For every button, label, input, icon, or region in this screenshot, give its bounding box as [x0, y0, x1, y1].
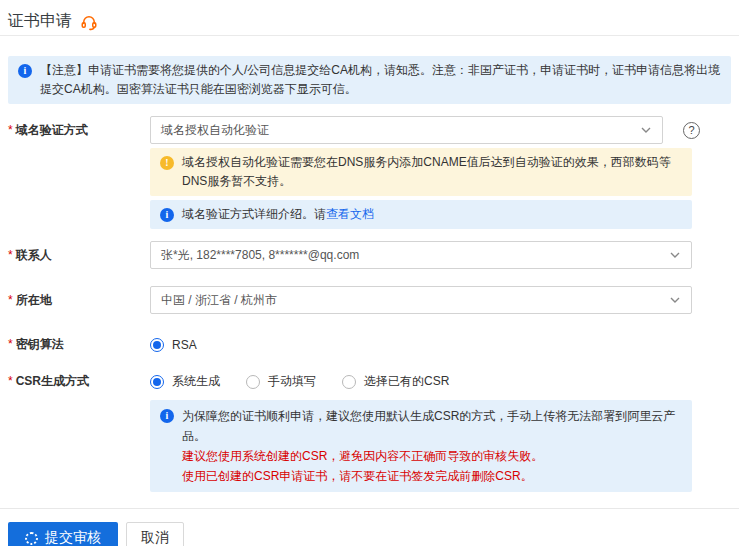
radio-button-icon: [150, 375, 164, 389]
field-label-contact: *联系人: [0, 247, 150, 264]
form-row-domain-validation: *域名验证方式 域名授权自动化验证 ?: [0, 116, 739, 144]
chevron-down-icon: [669, 294, 681, 306]
required-asterisk: *: [8, 123, 13, 137]
page-header: 证书申请: [0, 0, 739, 36]
location-select[interactable]: 中国 / 浙江省 / 杭州市: [150, 286, 692, 314]
help-icon[interactable]: ?: [683, 122, 700, 139]
domain-validation-select-value: 域名授权自动化验证: [161, 122, 269, 139]
domain-validation-info-text: 域名验证方式详细介绍。请: [182, 207, 326, 221]
submit-review-label: 提交审核: [45, 529, 101, 546]
contact-select-value: 张*光, 182****7805, 8*******@qq.com: [161, 247, 359, 264]
field-label-key-algorithm: *密钥算法: [0, 336, 150, 353]
radio-existing-csr-label: 选择已有的CSR: [364, 373, 449, 390]
csr-warning-line: 建议您使用系统创建的CSR，避免因内容不正确而导致的审核失败。: [182, 446, 682, 466]
field-label-domain-validation: *域名验证方式: [0, 122, 150, 139]
submit-review-button[interactable]: 提交审核: [8, 522, 118, 546]
domain-validation-select[interactable]: 域名授权自动化验证: [150, 116, 663, 144]
info-icon: i: [18, 64, 32, 78]
domain-validation-warning-text: 域名授权自动化验证需要您在DNS服务内添加CNAME值后达到自动验证的效果，西部…: [182, 153, 682, 191]
field-label-location: *所在地: [0, 292, 150, 309]
info-icon: i: [160, 208, 174, 222]
radio-system-generated[interactable]: 系统生成: [150, 373, 220, 390]
location-select-value: 中国 / 浙江省 / 杭州市: [161, 292, 277, 309]
radio-existing-csr[interactable]: 选择已有的CSR: [342, 373, 449, 390]
field-label-csr-method: *CSR生成方式: [0, 373, 150, 390]
contact-select[interactable]: 张*光, 182****7805, 8*******@qq.com: [150, 241, 692, 269]
form-row-key-algorithm: *密钥算法 RSA: [0, 336, 739, 353]
csr-info-line: 为保障您的证书顺利申请，建议您使用默认生成CSR的方式，手动上传将无法部署到阿里…: [182, 406, 682, 446]
radio-manual-fill-label: 手动填写: [268, 373, 316, 390]
certificate-application-page: 证书申请 i 【注意】申请证书需要将您提供的个人/公司信息提交给CA机构，请知悉…: [0, 0, 739, 546]
form-row-location: *所在地 中国 / 浙江省 / 杭州市: [0, 286, 739, 314]
cancel-button[interactable]: 取消: [126, 522, 184, 546]
required-asterisk: *: [8, 374, 13, 388]
csr-info-banner: i 为保障您的证书顺利申请，建议您使用默认生成CSR的方式，手动上传将无法部署到…: [150, 400, 692, 492]
domain-validation-warning-banner: ! 域名授权自动化验证需要您在DNS服务内添加CNAME值后达到自动验证的效果，…: [150, 148, 692, 196]
chevron-down-icon: [669, 249, 681, 261]
chevron-down-icon: [640, 124, 652, 136]
radio-rsa[interactable]: RSA: [150, 338, 197, 352]
view-docs-link[interactable]: 查看文档: [326, 207, 374, 221]
loading-spinner-icon: [25, 532, 38, 545]
radio-rsa-label: RSA: [172, 338, 197, 352]
info-icon: i: [160, 409, 174, 423]
radio-button-icon: [150, 338, 164, 352]
radio-system-generated-label: 系统生成: [172, 373, 220, 390]
page-title: 证书申请: [8, 11, 72, 32]
top-notice-banner: i 【注意】申请证书需要将您提供的个人/公司信息提交给CA机构，请知悉。注意：非…: [8, 56, 731, 104]
notice-text: 【注意】申请证书需要将您提供的个人/公司信息提交给CA机构，请知悉。注意：非国产…: [40, 61, 721, 99]
csr-warning-line: 使用已创建的CSR申请证书，请不要在证书签发完成前删除CSR。: [182, 466, 682, 486]
radio-manual-fill[interactable]: 手动填写: [246, 373, 316, 390]
form-row-csr-method: *CSR生成方式 系统生成 手动填写 选择已有的CSR: [0, 373, 739, 390]
footer-actions: 提交审核 取消: [0, 509, 739, 546]
radio-button-icon: [246, 375, 260, 389]
warning-icon: !: [160, 156, 174, 170]
headset-support-icon[interactable]: [80, 13, 98, 31]
required-asterisk: *: [8, 248, 13, 262]
required-asterisk: *: [8, 293, 13, 307]
radio-button-icon: [342, 375, 356, 389]
domain-validation-info-banner: i 域名验证方式详细介绍。请查看文档: [150, 200, 692, 229]
required-asterisk: *: [8, 337, 13, 351]
form-row-contact: *联系人 张*光, 182****7805, 8*******@qq.com: [0, 241, 739, 269]
